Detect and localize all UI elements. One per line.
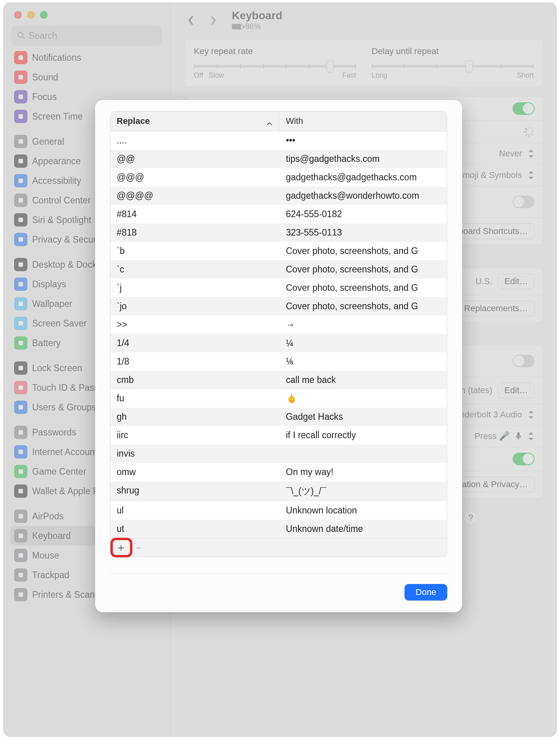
- search-input[interactable]: Search: [12, 26, 162, 45]
- siri-spotlight-icon: [14, 213, 27, 227]
- key-repeat-slider[interactable]: [194, 65, 356, 67]
- table-row[interactable]: #818323-555-0113: [110, 223, 447, 242]
- cell-replace: >>: [110, 316, 280, 334]
- column-header-replace[interactable]: Replace: [110, 111, 280, 131]
- screen-time-icon: [14, 110, 27, 123]
- remove-replacement-button[interactable]: －: [132, 541, 145, 554]
- minimize-window-button[interactable]: [27, 11, 35, 19]
- wallpaper-icon: [14, 297, 27, 310]
- printers-scanners-icon: [14, 588, 27, 601]
- cell-with: call me back: [280, 371, 447, 389]
- edit-spelling-button[interactable]: Edit…: [498, 383, 535, 398]
- cell-replace: iirc: [110, 426, 280, 444]
- toggle-keyboard-nav[interactable]: [513, 196, 535, 208]
- sidebar-item-label: Game Center: [32, 466, 86, 477]
- table-body[interactable]: ....•••@@tips@gadgethacks.com@@@gadgetha…: [110, 131, 447, 538]
- table-row[interactable]: cmbcall me back: [110, 371, 447, 389]
- done-button[interactable]: Done: [405, 584, 447, 600]
- toggle-input-menu[interactable]: [513, 453, 535, 465]
- chevron-updown-icon[interactable]: [527, 432, 535, 441]
- desktop-dock-icon: [14, 258, 27, 271]
- svg-rect-20: [18, 469, 23, 474]
- chevron-updown-icon[interactable]: [527, 171, 535, 180]
- table-row[interactable]: ghGadget Hacks: [110, 408, 447, 426]
- chevron-updown-icon[interactable]: [527, 410, 535, 419]
- general-icon: [14, 135, 27, 148]
- add-replacement-button[interactable]: ＋: [114, 541, 128, 554]
- battery-icon: [14, 336, 27, 350]
- table-row[interactable]: `joCover photo, screenshots, and G: [110, 297, 447, 316]
- edit-input-sources-button[interactable]: Edit…: [498, 274, 535, 289]
- table-row[interactable]: iircif I recall correctly: [110, 426, 447, 444]
- table-row[interactable]: @@@gadgethacks@gadgethacks.com: [110, 168, 447, 187]
- sidebar-item-label: General: [32, 136, 64, 147]
- sidebar-item-notifications[interactable]: Notifications: [10, 48, 166, 67]
- chevron-updown-icon[interactable]: [527, 149, 535, 158]
- sidebar-item-label: Passwords: [32, 427, 76, 438]
- table-row[interactable]: 1/8⅛: [110, 352, 447, 371]
- table-row[interactable]: #814624-555-0182: [110, 205, 447, 223]
- cell-with: On my way!: [280, 463, 447, 481]
- svg-rect-1: [18, 75, 23, 80]
- table-row[interactable]: `jCover photo, screenshots, and G: [110, 279, 447, 297]
- sidebar-item-label: Desktop & Dock: [32, 259, 97, 270]
- help-button[interactable]: ?: [463, 510, 478, 525]
- cell-replace: omw: [110, 463, 280, 481]
- cell-replace: invis: [110, 444, 280, 463]
- privacy-security-icon: [14, 233, 27, 246]
- cell-with: ⅛: [280, 352, 447, 371]
- sidebar-item-sound[interactable]: Sound: [10, 67, 166, 87]
- cell-replace: ul: [110, 501, 280, 520]
- screen-saver-icon: [14, 317, 27, 330]
- table-row[interactable]: 1/4¼: [110, 334, 447, 352]
- table-row[interactable]: invis: [110, 444, 447, 463]
- column-header-with[interactable]: With: [280, 111, 447, 131]
- close-window-button[interactable]: [14, 11, 22, 19]
- table-row[interactable]: `cCover photo, screenshots, and G: [110, 260, 447, 279]
- sidebar-item-label: Lock Screen: [32, 363, 82, 374]
- toggle-backlight-auto[interactable]: [513, 102, 535, 115]
- focus-icon: [14, 90, 27, 103]
- sidebar-item-label: Mouse: [32, 550, 59, 561]
- sidebar-item-label: Notifications: [32, 53, 81, 63]
- table-row[interactable]: @@tips@gadgethacks.com: [110, 150, 447, 168]
- table-row[interactable]: @@@@gadgethacks@wonderhowto.com: [110, 187, 447, 205]
- svg-rect-7: [18, 198, 23, 203]
- appearance-icon: [14, 154, 27, 168]
- table-footer: ＋ －: [110, 538, 447, 557]
- table-row[interactable]: ulUnknown location: [110, 501, 447, 520]
- table-row[interactable]: ....•••: [110, 131, 447, 150]
- table-row[interactable]: omwOn my way!: [110, 463, 447, 481]
- table-row[interactable]: fu🖕: [110, 389, 447, 408]
- sidebar-item-label: Accessibility: [32, 176, 81, 186]
- sidebar-item-label: AirPods: [32, 511, 64, 522]
- touch-id-password-icon: [14, 381, 27, 394]
- cell-replace: shrug: [110, 481, 280, 501]
- cell-replace: ut: [110, 520, 280, 538]
- sidebar-item-label: Wallpaper: [32, 299, 72, 309]
- svg-rect-19: [18, 450, 23, 454]
- back-button[interactable]: [184, 13, 198, 27]
- battery-status: 86%: [232, 22, 282, 31]
- sidebar-item-label: Privacy & Security: [32, 234, 105, 245]
- accessibility-icon: [14, 174, 27, 187]
- forward-button[interactable]: [206, 13, 220, 27]
- table-row[interactable]: `bCover photo, screenshots, and G: [110, 242, 447, 260]
- cell-with: Cover photo, screenshots, and G: [280, 297, 447, 316]
- fullscreen-window-button[interactable]: [40, 11, 48, 19]
- toggle-dictation[interactable]: [513, 355, 535, 367]
- key-repeat-label: Key repeat rate: [194, 46, 356, 56]
- cell-with: gadgethacks@wonderhowto.com: [280, 187, 447, 205]
- svg-rect-24: [18, 553, 23, 558]
- mouse-icon: [14, 549, 27, 562]
- internet-accounts-icon: [14, 445, 27, 459]
- text-replacements-dialog: Replace With ....•••@@tips@gadgethacks.c…: [95, 100, 462, 612]
- svg-rect-10: [18, 262, 23, 267]
- cell-replace: gh: [110, 408, 280, 426]
- table-row[interactable]: utUnknown date/time: [110, 520, 447, 538]
- table-row[interactable]: shrug¯\_(ツ)_/¯: [110, 481, 447, 501]
- sidebar-item-label: Trackpad: [32, 570, 69, 580]
- cell-with: 323-555-0113: [280, 223, 447, 242]
- delay-repeat-slider[interactable]: [372, 65, 534, 67]
- table-row[interactable]: >>→: [110, 316, 447, 334]
